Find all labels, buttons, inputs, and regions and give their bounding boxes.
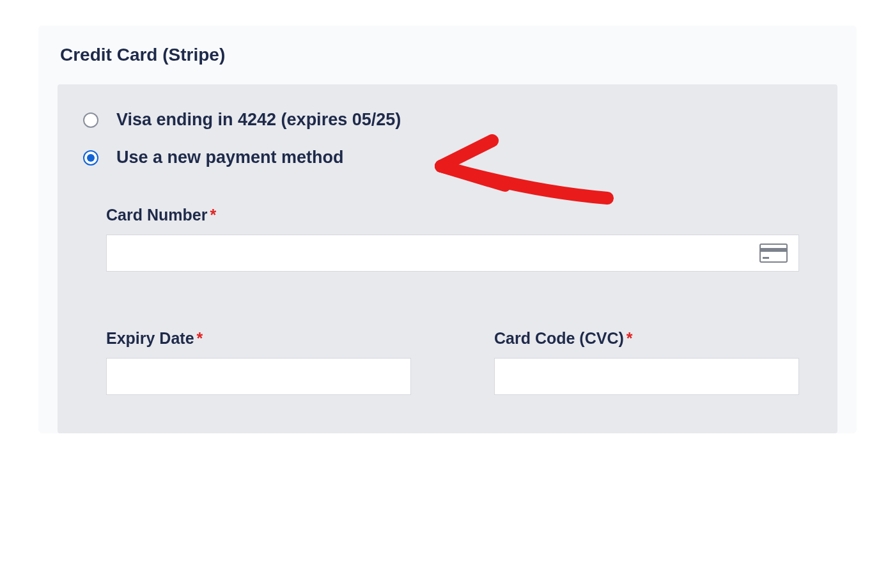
expiry-cvc-row: Expiry Date* Card Code (CVC)* [106, 329, 799, 395]
cvc-field: Card Code (CVC)* [494, 329, 799, 395]
section-title: Credit Card (Stripe) [58, 45, 837, 65]
new-method-label: Use a new payment method [116, 148, 344, 167]
expiry-input[interactable] [106, 358, 411, 395]
radio-indicator-unselected [83, 112, 98, 128]
required-asterisk: * [197, 329, 203, 347]
cvc-input[interactable] [494, 358, 799, 395]
radio-saved-card[interactable]: Visa ending in 4242 (expires 05/25) [83, 110, 812, 130]
expiry-field: Expiry Date* [106, 329, 411, 395]
card-number-field: Card Number* [106, 206, 799, 272]
expiry-label: Expiry Date* [106, 329, 411, 348]
card-number-input[interactable] [106, 235, 799, 272]
radio-dot [87, 154, 95, 162]
card-number-input-wrap [106, 235, 799, 272]
required-asterisk: * [210, 206, 216, 224]
radio-indicator-selected [83, 150, 98, 166]
required-asterisk: * [626, 329, 633, 347]
payment-section: Credit Card (Stripe) Visa ending in 4242… [38, 26, 857, 433]
radio-new-payment-method[interactable]: Use a new payment method [83, 148, 812, 167]
saved-card-label: Visa ending in 4242 (expires 05/25) [116, 110, 401, 130]
new-card-form: Card Number* Expiry Date* [83, 206, 812, 395]
card-number-label: Card Number* [106, 206, 799, 224]
cvc-label: Card Code (CVC)* [494, 329, 799, 348]
payment-options-panel: Visa ending in 4242 (expires 05/25) Use … [58, 84, 837, 433]
